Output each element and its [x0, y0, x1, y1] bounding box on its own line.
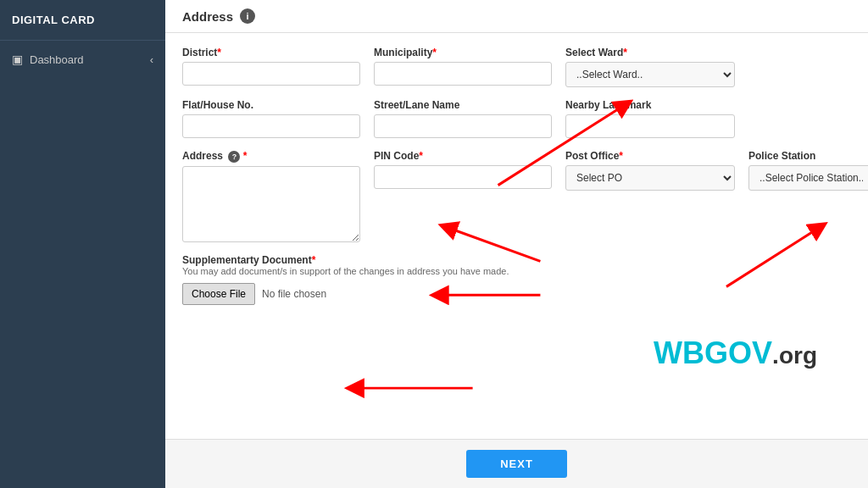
street-lane-input[interactable]	[374, 114, 552, 138]
flat-house-group: Flat/House No.	[182, 99, 360, 138]
address-label: Address ? *	[182, 150, 360, 163]
nearby-landmark-group: Nearby Landmark	[565, 99, 735, 138]
chevron-icon: ‹	[150, 53, 153, 66]
no-file-text: No file chosen	[262, 288, 326, 300]
post-office-label: Post Office*	[565, 150, 735, 162]
form-row-1: District* Municipality* Select Ward* ..S…	[182, 47, 851, 87]
flat-house-label: Flat/House No.	[182, 99, 360, 111]
district-input[interactable]	[182, 62, 360, 86]
info-icon: i	[240, 8, 255, 24]
select-ward-dropdown[interactable]: ..Select Ward..	[565, 62, 735, 87]
supplementary-doc-section: Supplementarty Document* You may add doc…	[182, 254, 851, 305]
form-footer: NEXT	[165, 439, 868, 488]
municipality-group: Municipality*	[374, 47, 552, 86]
pin-code-input[interactable]	[374, 165, 552, 189]
select-ward-group: Select Ward* ..Select Ward..	[565, 47, 735, 87]
pin-code-group: PIN Code*	[374, 150, 552, 189]
sidebar-item-dashboard[interactable]: ▣ Dashboard ‹	[0, 41, 165, 78]
form-row-2: Flat/House No. Street/Lane Name Nearby L…	[182, 99, 851, 138]
street-lane-group: Street/Lane Name	[374, 99, 552, 138]
post-office-dropdown[interactable]: Select PO	[565, 165, 735, 191]
watermark: WBGOV.org	[654, 336, 817, 371]
nearby-landmark-label: Nearby Landmark	[565, 99, 735, 111]
supp-doc-label: Supplementarty Document*	[182, 254, 851, 266]
district-label: District*	[182, 47, 360, 58]
district-group: District*	[182, 47, 360, 86]
main-content: Address i District* Municipality* Select…	[165, 0, 868, 488]
post-office-group: Post Office* Select PO	[565, 150, 735, 191]
next-button[interactable]: NEXT	[466, 450, 567, 478]
police-station-dropdown[interactable]: ..Select Police Station..	[748, 165, 868, 191]
page-title: Address	[182, 9, 233, 24]
select-ward-label: Select Ward*	[565, 47, 735, 58]
flat-house-input[interactable]	[182, 114, 360, 138]
form-area: District* Municipality* Select Ward* ..S…	[165, 33, 868, 439]
file-input-row: Choose File No file chosen	[182, 283, 851, 305]
pin-code-label: PIN Code*	[374, 150, 552, 162]
address-help-icon: ?	[228, 151, 240, 163]
street-lane-label: Street/Lane Name	[374, 99, 552, 111]
police-station-group: Police Station ..Select Police Station..	[748, 150, 868, 191]
sidebar: DIGITAL CARD ▣ Dashboard ‹	[0, 0, 165, 488]
address-group: Address ? *	[182, 150, 360, 242]
municipality-label: Municipality*	[374, 47, 552, 58]
dashboard-icon: ▣	[12, 53, 23, 66]
police-station-label: Police Station	[748, 150, 868, 162]
address-textarea[interactable]	[182, 166, 360, 242]
municipality-input[interactable]	[374, 62, 552, 86]
nearby-landmark-input[interactable]	[565, 114, 735, 138]
app-title: DIGITAL CARD	[0, 0, 165, 41]
supp-doc-desc: You may add document/s in support of the…	[182, 266, 851, 276]
choose-file-button[interactable]: Choose File	[182, 283, 255, 305]
page-header: Address i	[165, 0, 868, 33]
sidebar-item-label: Dashboard	[30, 53, 84, 66]
form-row-3: Address ? * PIN Code* Post Office* Selec…	[182, 150, 851, 242]
